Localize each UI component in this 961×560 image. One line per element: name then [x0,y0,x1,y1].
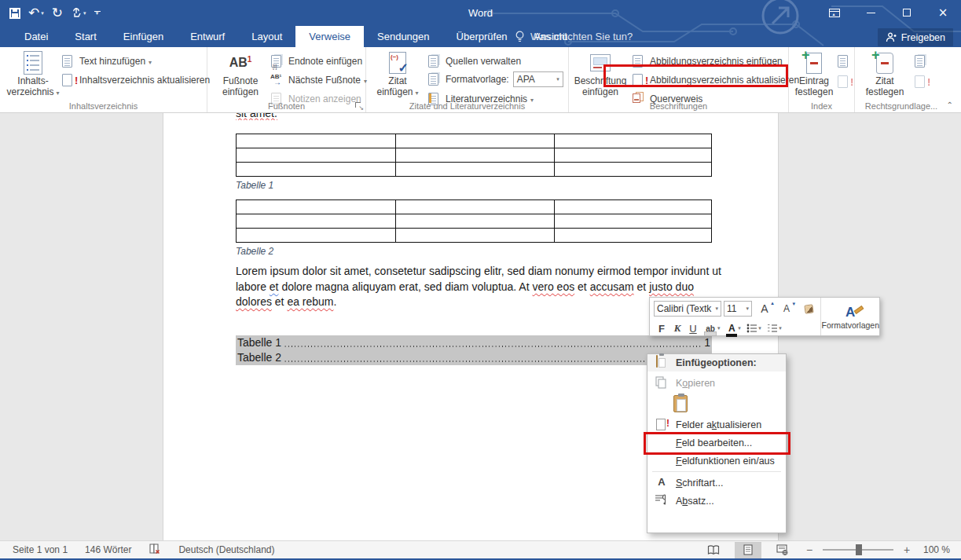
add-text-icon [61,54,75,68]
insert-index-button[interactable] [834,52,853,70]
table-1[interactable] [236,134,712,177]
ribbon-display-options-icon [829,9,840,17]
grow-font-button[interactable]: A [757,301,772,317]
bibliography-style-row: Formatvorlage: APA▾ [427,71,563,88]
tell-me-search[interactable]: Was möchten Sie tun? [515,26,633,47]
numbered-list-button[interactable]: ▾ [767,320,783,337]
style-select[interactable]: APA▾ [513,71,563,87]
bold-button[interactable]: F [654,320,669,337]
insert-caption-button[interactable]: Beschriftungeinfügen [574,49,627,97]
mark-citation-button[interactable]: Zitatfestlegen [861,49,908,97]
insert-table-of-figures-button[interactable]: Abbildungsverzeichnis einfügen [632,53,783,70]
print-layout-button[interactable] [735,542,761,558]
insert-citation-icon [389,52,406,74]
toc-icon [24,51,42,75]
mini-toolbar: Calibri (Textk▾ 11▾ A A F K U ab▾ A▾ ▾ ▾ [649,297,880,336]
language-indicator[interactable]: Deutsch (Deutschland) [178,544,274,555]
status-bar: Seite 1 von 1 146 Wörter Deutsch (Deutsc… [0,540,961,558]
insert-endnote-button[interactable]: Endnote einfügen [270,53,362,70]
menu-item-update-field[interactable]: Felder aktualisieren [647,415,786,434]
insert-citation-button[interactable]: Zitateinfügen [374,49,421,98]
ribbon-display-options-button[interactable] [816,0,853,25]
tab-start[interactable]: Start [61,26,109,47]
tell-me-label: Was möchten Sie tun? [530,31,633,42]
format-painter-button[interactable] [801,301,816,317]
zoom-slider-thumb[interactable] [856,544,862,555]
dot-leader [284,351,708,365]
paste-options-row [647,392,786,415]
menu-item-copy: Kopieren [647,374,786,392]
tab-entwurf[interactable]: Entwurf [177,26,238,47]
menu-item-font[interactable]: A Schriftart... [647,474,786,492]
window-controls: × [816,0,961,26]
zoom-level[interactable]: 100 % [923,544,950,555]
maximize-button[interactable] [889,0,925,25]
table-of-figures-entry-1[interactable]: Tabelle 1 1 [236,335,712,350]
lightbulb-icon [515,31,525,43]
tab-einfuegen[interactable]: Einfügen [110,26,177,47]
format-painter-icon [804,304,813,313]
menu-item-edit-field[interactable]: Feld bearbeiten... [647,434,786,452]
table-of-figures-entry-2[interactable]: Tabelle 2 [236,350,712,365]
styles-button[interactable]: A Formatvorlagen [820,298,879,335]
proofing-status-icon[interactable] [149,543,161,557]
dropdown-icon[interactable]: ▾ [779,325,782,331]
highlight-button[interactable]: ab▾ [704,320,721,337]
paste-option-button[interactable] [673,395,688,412]
mark-entry-button[interactable]: Eintragfestlegen [792,49,836,97]
share-button[interactable]: Freigeben [878,28,953,46]
underline-button[interactable]: U [685,320,701,337]
tab-verweise[interactable]: Verweise [295,26,364,47]
dropdown-icon[interactable]: ▾ [717,325,721,331]
insert-table-of-authorities-icon [914,54,928,68]
zoom-out-button[interactable]: − [804,544,815,556]
group-inhaltsverzeichnis: Inhalts-verzeichnis Text hinzufügen Inha… [0,47,207,112]
update-table-of-figures-button[interactable]: Abbildungsverzeichnis aktualisieren [632,71,799,89]
spelling-flagged-word: ea rebum [287,295,333,308]
close-button[interactable]: × [925,0,961,25]
web-layout-button[interactable] [769,542,796,558]
font-name-select[interactable]: Calibri (Textk▾ [654,301,721,317]
update-toc-button[interactable]: Inhaltsverzeichnis aktualisieren [61,71,210,89]
tab-sendungen[interactable]: Sendungen [364,26,443,47]
read-mode-button[interactable] [700,542,727,558]
dropdown-icon: ▾ [746,306,749,312]
manage-sources-button[interactable]: Quellen verwalten [427,53,521,70]
next-footnote-button[interactable]: Nächste Fußnote [270,71,367,89]
minimize-icon [867,13,875,13]
tab-layout[interactable]: Layout [238,26,295,47]
add-text-button[interactable]: Text hinzufügen [61,53,152,70]
insert-footnote-button[interactable]: AB1 Fußnoteeinfügen [217,49,264,97]
grammar-flagged-word: et [270,280,279,293]
update-table-of-authorities-button [911,72,930,90]
shrink-font-icon: A [783,303,790,314]
page-indicator[interactable]: Seite 1 von 1 [13,544,68,555]
dropdown-icon[interactable]: ▾ [758,325,761,331]
group-label: Beschriftungen [569,101,788,111]
tab-datei[interactable]: Datei [11,26,61,47]
bullet-list-button[interactable]: ▾ [746,320,762,337]
toc-button[interactable]: Inhalts-verzeichnis [8,49,58,98]
table-2[interactable] [236,199,712,243]
insert-table-of-authorities-button[interactable] [911,52,930,70]
word-count[interactable]: 146 Wörter [85,544,131,555]
insert-caption-icon [590,54,611,71]
collapse-ribbon-icon[interactable]: ⌃ [947,101,953,109]
font-size-select[interactable]: 11▾ [724,301,752,317]
shrink-font-button[interactable]: A [779,301,794,317]
tab-ueberpruefen[interactable]: Überprüfen [443,26,521,47]
dropdown-icon [54,86,60,97]
zoom-in-button[interactable]: + [901,544,912,556]
group-label: Inhaltsverzeichnis [0,101,207,111]
minimize-button[interactable] [853,0,889,25]
dropdown-icon[interactable]: ▾ [738,325,741,331]
font-color-button[interactable]: A▾ [726,320,742,337]
caption-table-1: Tabelle 1 [236,180,273,191]
italic-button[interactable]: K [669,320,685,337]
mark-entry-icon [806,53,822,74]
menu-item-paragraph[interactable]: Absatz... [647,492,786,510]
menu-separator [652,471,781,472]
zoom-slider[interactable] [823,549,893,551]
dropdown-icon: ▾ [715,306,718,312]
menu-item-toggle-field-codes[interactable]: Feldfunktionen ein/aus [647,452,786,470]
